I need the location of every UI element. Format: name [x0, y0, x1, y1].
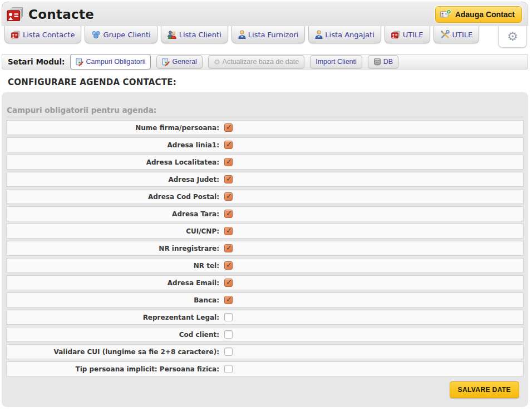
tab-label: UTILE	[403, 31, 423, 39]
checkbox-reprezentant-legal[interactable]	[224, 313, 233, 321]
form-row: Adresa Judet:	[6, 172, 524, 187]
button-import-clienti[interactable]: Import Clienti	[310, 55, 362, 68]
tab-lista-furnizori[interactable]: Lista Furnizori	[231, 26, 306, 43]
checkbox-adresa-tara[interactable]	[224, 210, 233, 218]
field-label: Validare CUI (lungime sa fie 2+8 caracte…	[7, 348, 219, 356]
contact-card-icon	[391, 31, 401, 39]
section-title: CONFIGURARE AGENDA CONTACTE:	[8, 77, 532, 87]
form-row: Reprezentant Legal:	[6, 310, 524, 325]
tab-utile[interactable]: UTILE	[434, 26, 480, 43]
contacte-app-window: Contacte Adauga Contact	[0, 2, 532, 412]
form-row: Nume firma/persoana:	[6, 120, 524, 135]
config-panel: Campuri obligatorii pentru agenda: Nume …	[2, 92, 528, 407]
field-label: Adresa Email:	[7, 279, 219, 287]
checkbox-nr-tel[interactable]	[224, 261, 233, 270]
tab-label: Lista Contacte	[23, 31, 75, 39]
main-tab-bar: Lista Contacte Grupe Clienti Lista Clien…	[0, 26, 532, 54]
form-row: NR inregistrare:	[6, 241, 524, 256]
tab-label: Lista Furnizori	[248, 31, 299, 39]
tab-label: Lista Angajati	[325, 31, 374, 39]
tab-module-settings[interactable]	[498, 26, 527, 48]
checkbox-tip-persoana-implicit[interactable]	[224, 365, 233, 373]
form-row: NR tel:	[6, 258, 524, 273]
field-label: CUI/CNP:	[7, 227, 219, 235]
field-label: Adresa Localitatea:	[7, 158, 219, 166]
field-label: Adresa linia1:	[7, 141, 219, 149]
form-legend: Campuri obligatorii pentru agenda:	[7, 106, 523, 117]
form-row: Cod client:	[6, 327, 524, 342]
field-label: Nume firma/persoana:	[7, 124, 219, 132]
form-row: Tip persoana implicit: Persoana fizica:	[6, 361, 524, 376]
form-row: CUI/CNP:	[6, 224, 524, 239]
person-icon	[238, 30, 246, 39]
button-label: DB	[383, 58, 393, 66]
button-campuri-obligatorii[interactable]: Campuri Obligatorii	[70, 54, 151, 70]
add-contact-button[interactable]: Adauga Contact	[435, 6, 522, 23]
checkbox-adresa-cod-postal[interactable]	[224, 192, 233, 201]
checkbox-cui-cnp[interactable]	[224, 227, 233, 235]
button-label: Campuri Obligatorii	[86, 58, 145, 66]
tab-lista-contacte[interactable]: Lista Contacte	[4, 26, 81, 43]
add-contact-icon	[440, 9, 452, 19]
tab-grupe-clienti[interactable]: Grupe Clienti	[85, 26, 157, 43]
checkbox-validare-cui[interactable]	[224, 348, 233, 356]
field-label: Cod client:	[7, 331, 219, 339]
contacts-card-icon	[7, 6, 24, 23]
checkbox-cod-client[interactable]	[224, 330, 233, 339]
gear-icon	[507, 31, 518, 43]
tab-lista-angajati[interactable]: Lista Angajati	[308, 26, 381, 43]
field-label: Banca:	[7, 296, 219, 304]
form-row: Adresa Email:	[6, 275, 524, 290]
tab-lista-clienti[interactable]: Lista Clienti	[161, 26, 228, 43]
setari-modul-label: Setari Modul:	[8, 57, 65, 66]
checkbox-adresa-judet[interactable]	[224, 175, 233, 183]
header: Contacte Adauga Contact	[2, 2, 528, 26]
checkbox-nume-firma[interactable]	[224, 123, 233, 132]
field-label: Reprezentant Legal:	[7, 314, 219, 321]
person-icon	[315, 30, 323, 39]
save-row: SALVARE DATE	[6, 381, 519, 398]
form-row: Banca:	[6, 292, 524, 307]
tab-zile-de-nastere[interactable]: UTILE	[385, 26, 430, 43]
tools-icon	[440, 30, 450, 39]
module-settings-bar: Setari Modul: Campuri Obligatorii Genera…	[2, 54, 528, 70]
field-label: Adresa Judet:	[7, 176, 219, 183]
field-label: NR inregistrare:	[7, 245, 219, 252]
field-label: Adresa Cod Postal:	[7, 193, 219, 201]
button-db[interactable]: DB	[368, 55, 398, 68]
button-label: General	[172, 58, 196, 66]
add-contact-label: Adauga Contact	[455, 10, 515, 19]
button-actualizare-baza-de-date[interactable]: Actualizare baza de date	[208, 55, 304, 68]
form-row: Validare CUI (lungime sa fie 2+8 caracte…	[6, 344, 524, 359]
button-label: Actualizare baza de date	[223, 58, 299, 66]
field-label: Adresa Tara:	[7, 210, 219, 218]
form-row: Adresa linia1:	[6, 137, 524, 152]
checkbox-banca[interactable]	[224, 296, 233, 304]
save-button[interactable]: SALVARE DATE	[450, 381, 519, 398]
clients-icon	[168, 31, 177, 39]
tab-label: Grupe Clienti	[103, 31, 150, 39]
form-row: Adresa Cod Postal:	[6, 189, 524, 204]
gear-icon	[214, 58, 220, 66]
tab-label: Lista Clienti	[179, 31, 221, 39]
field-label: NR tel:	[7, 262, 219, 270]
checkbox-adresa-localitatea[interactable]	[224, 158, 233, 166]
button-label: Import Clienti	[316, 58, 357, 66]
edit-doc-icon	[162, 58, 170, 66]
form-row: Adresa Tara:	[6, 206, 524, 221]
checkbox-adresa-email[interactable]	[224, 279, 233, 287]
contact-card-icon	[11, 31, 21, 39]
edit-doc-icon	[76, 58, 83, 66]
field-label: Tip persoana implicit: Persoana fizica:	[7, 365, 219, 373]
checkbox-nr-inregistrare[interactable]	[224, 244, 233, 252]
page-title: Contacte	[28, 7, 94, 22]
button-general[interactable]: General	[156, 55, 202, 68]
form-row: Adresa Localitatea:	[6, 155, 524, 170]
checkbox-adresa-linia1[interactable]	[224, 141, 233, 149]
database-icon	[373, 58, 381, 66]
tab-label: UTILE	[452, 31, 473, 39]
group-icon	[91, 31, 101, 39]
